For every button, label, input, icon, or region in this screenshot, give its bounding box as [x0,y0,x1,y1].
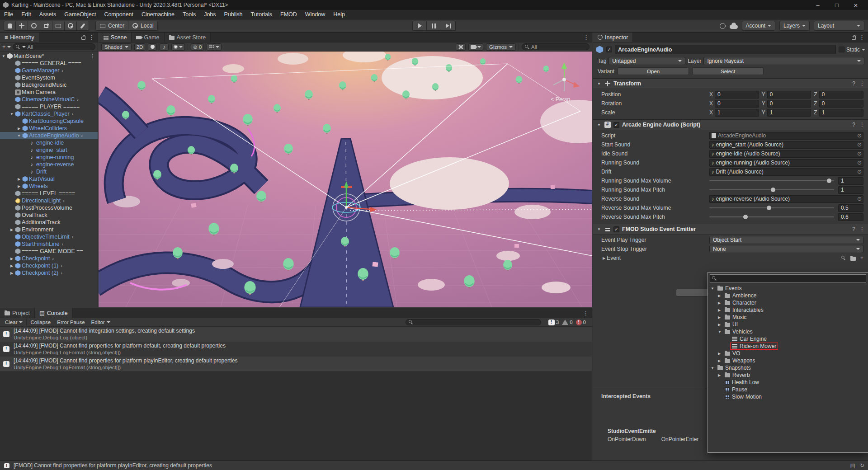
event-tree-row[interactable]: ▶ Reverb [708,371,868,379]
component-enabled-checkbox[interactable] [613,122,619,128]
foldout-icon[interactable]: ▼ [596,82,602,86]
help-icon[interactable] [852,122,855,128]
transform-header[interactable]: ▼ Transform [593,78,868,89]
slider-value-field[interactable]: 0.5 [838,204,863,212]
help-icon[interactable] [852,226,855,232]
hierarchy-row[interactable]: engine-idle [0,139,98,146]
expander-icon[interactable]: ▶ [718,308,723,312]
pivot-toggle-button[interactable]: Center [95,21,128,31]
expander-icon[interactable]: ▶ [16,184,22,188]
event-browse-folder-icon[interactable] [850,257,856,261]
menu-item[interactable]: Jobs [200,10,220,19]
play-button[interactable] [412,21,427,31]
gameobject-name-field[interactable]: ArcadeEngineAudio [615,45,836,54]
hierarchy-row[interactable]: KartBouncingCapsule [0,118,98,125]
menu-item[interactable]: Assets [35,10,61,19]
tag-dropdown[interactable]: Untagged [609,57,685,65]
expander-icon[interactable]: ▶ [9,264,14,268]
expander-icon[interactable]: ▶ [718,294,723,298]
clear-button[interactable]: Clear [2,319,25,326]
hierarchy-row[interactable]: BackgroundMusic [0,81,98,89]
object-field[interactable]: engine_start (Audio Source) [709,141,863,149]
2d-toggle-button[interactable]: 2D [134,43,146,51]
scene-3d-render[interactable]: < Persp [99,52,592,307]
hierarchy-row[interactable]: ===== PLAYER ===== [0,103,98,110]
event-tree-row[interactable]: Pause [708,386,868,393]
active-checkbox[interactable] [606,47,612,52]
prefab-open-arrow[interactable]: › [61,68,63,73]
scene-effects-dropdown[interactable] [171,43,185,51]
menu-item[interactable]: GameObject [60,10,100,19]
event-tree-row[interactable]: Health Low [708,379,868,386]
step-button[interactable] [441,21,456,31]
z-value-field[interactable]: 0 [819,100,863,108]
create-object-button[interactable] [2,43,11,50]
slider-track[interactable] [709,207,834,208]
event-tree-row[interactable]: ▼ Vehicles [708,328,868,335]
menu-item[interactable]: Edit [17,10,35,19]
foldout-icon[interactable]: ▼ [596,227,602,231]
play-trigger-dropdown[interactable]: Object Start [709,236,863,244]
z-value-field[interactable]: 1 [819,109,863,117]
slider[interactable]: 1 [709,186,863,194]
slider-value-field[interactable]: 0.6 [838,213,863,221]
expander-icon[interactable]: ▶ [718,315,723,320]
event-tree-row[interactable]: Car Engine [708,335,868,343]
prefab-open-arrow[interactable]: › [72,234,74,240]
hierarchy-row[interactable]: ▶ Checkpoint › [0,255,98,262]
custom-tool-button[interactable] [77,21,89,31]
component-enabled-checkbox[interactable] [613,226,619,232]
expander-icon[interactable]: ▼ [718,330,723,334]
tab-hierarchy[interactable]: Hierarchy [0,33,39,42]
expander-icon[interactable]: ▶ [718,323,723,327]
more-options-icon[interactable] [583,310,589,316]
foldout-icon[interactable]: ▶ [601,256,607,260]
object-picker-icon[interactable] [857,132,862,139]
slider-track[interactable] [709,180,834,181]
account-dropdown[interactable]: Account [742,21,775,31]
object-picker-icon[interactable] [857,160,862,166]
layers-dropdown[interactable]: Layers [779,21,810,31]
hierarchy-row[interactable]: ObjectiveTimeLimit › [0,233,98,240]
hierarchy-row[interactable]: ▶ Checkpoint (1) › [0,262,98,269]
y-value-field[interactable]: 0 [767,91,811,99]
menu-item[interactable]: Tutorials [247,10,276,19]
event-tree-row[interactable]: ▶ Music [708,314,868,321]
object-field[interactable]: ArcadeEngineAudio [709,132,863,140]
z-value-field[interactable]: 0 [819,91,863,99]
hierarchy-row[interactable]: CinemachineVirtualC › [0,96,98,103]
tab-inspector[interactable]: Inspector [593,33,633,42]
x-value-field[interactable]: 0 [715,91,759,99]
component-menu-icon[interactable] [859,80,865,87]
hierarchy-search-field[interactable]: All [13,43,95,50]
expander-icon[interactable]: ▶ [16,127,22,131]
hierarchy-row[interactable]: Main Camera [0,89,98,96]
scene-search-field[interactable]: All [522,43,590,50]
slider-track[interactable] [709,216,834,217]
x-value-field[interactable]: 0 [715,100,759,108]
info-count[interactable]: 3 [548,320,559,325]
refresh-icon[interactable] [860,462,864,469]
more-options-icon[interactable] [89,34,94,41]
tab-scene[interactable]: Scene [99,33,132,42]
event-search-icon[interactable] [841,256,846,260]
obscured-button[interactable] [676,289,712,296]
expander-icon[interactable]: ▶ [718,373,723,377]
collab-icon[interactable] [720,23,726,29]
expander-icon[interactable]: ▼ [711,366,716,370]
object-picker-icon[interactable] [857,141,862,148]
more-options-icon[interactable] [859,34,865,41]
warning-count[interactable]: 0 [562,320,572,325]
custom-tools-button[interactable] [456,43,466,51]
prefab-open-arrow[interactable]: › [61,263,62,268]
editor-dropdown[interactable]: Editor [89,319,113,326]
event-tree-row[interactable]: ▶ Interactables [708,306,868,314]
move-tool-button[interactable] [16,21,28,31]
event-tree-row[interactable]: ▼ Snapshots [708,364,868,371]
audio-script-header[interactable]: ▼ Arcade Engine Audio (Script) [593,119,868,130]
perspective-label[interactable]: < Persp [551,96,570,103]
expander-icon[interactable]: ▶ [9,271,14,275]
event-tree-row[interactable]: ▶ Character [708,299,868,306]
tab-game[interactable]: Game [132,33,164,42]
prefab-open-arrow[interactable]: › [77,97,79,102]
